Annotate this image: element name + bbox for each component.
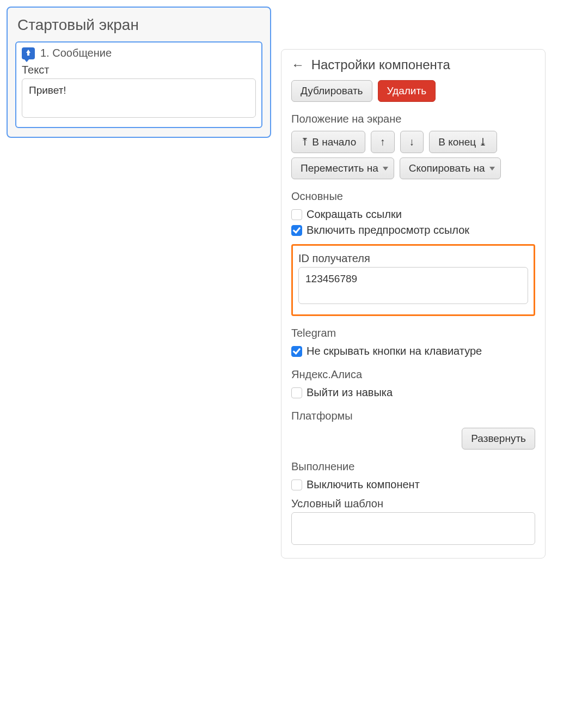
disable-component-label: Выключить компонент bbox=[307, 478, 420, 491]
disable-component-checkbox[interactable] bbox=[291, 480, 302, 490]
move-down-button[interactable]: ↓ bbox=[400, 131, 424, 153]
settings-title-text: Настройки компонента bbox=[311, 57, 450, 72]
shorten-links-label: Сокращать ссылки bbox=[307, 208, 402, 221]
message-text-input[interactable] bbox=[22, 78, 256, 118]
screen-card: Стартовый экран 1. Сообщение Текст bbox=[7, 7, 271, 138]
template-label: Условный шаблон bbox=[291, 497, 535, 510]
platforms-section-label: Платформы bbox=[291, 410, 535, 422]
move-to-end-button[interactable]: В конец ⤓ bbox=[429, 131, 497, 153]
component-header: 1. Сообщение bbox=[22, 47, 256, 59]
alice-exit-checkbox[interactable] bbox=[291, 387, 302, 398]
expand-platforms-button[interactable]: Развернуть bbox=[462, 428, 535, 450]
main-section-label: Основные bbox=[291, 190, 535, 203]
component-card[interactable]: 1. Сообщение Текст bbox=[15, 41, 262, 128]
move-up-button[interactable]: ↑ bbox=[371, 131, 395, 153]
screen-title: Стартовый экран bbox=[17, 16, 260, 34]
chevron-down-icon bbox=[383, 167, 388, 171]
copy-to-dropdown[interactable]: Скопировать на bbox=[400, 157, 501, 179]
component-title: 1. Сообщение bbox=[40, 47, 112, 59]
alice-exit-label: Выйти из навыка bbox=[307, 386, 393, 399]
text-field-label: Текст bbox=[22, 64, 256, 76]
telegram-keep-kb-label: Не скрывать кнопки на клавиатуре bbox=[307, 345, 482, 357]
position-section-label: Положение на экране bbox=[291, 113, 535, 125]
settings-title: ← Настройки компонента bbox=[291, 57, 535, 72]
delete-button[interactable]: Удалить bbox=[378, 80, 436, 102]
recipient-id-label: ID получателя bbox=[298, 252, 528, 265]
chevron-down-icon bbox=[489, 167, 495, 171]
recipient-id-input[interactable] bbox=[298, 267, 528, 304]
shorten-links-checkbox[interactable] bbox=[291, 209, 302, 220]
move-to-start-button[interactable]: ⤒ В начало bbox=[291, 131, 365, 153]
recipient-id-highlight: ID получателя bbox=[291, 244, 535, 316]
duplicate-button[interactable]: Дублировать bbox=[291, 80, 372, 102]
preview-links-checkbox[interactable] bbox=[291, 225, 302, 236]
template-input[interactable] bbox=[291, 512, 535, 545]
alice-section-label: Яндекс.Алиса bbox=[291, 368, 535, 381]
move-to-dropdown[interactable]: Переместить на bbox=[291, 157, 394, 179]
telegram-section-label: Telegram bbox=[291, 327, 535, 339]
telegram-keep-kb-checkbox[interactable] bbox=[291, 346, 302, 357]
message-icon bbox=[22, 47, 35, 59]
settings-panel: ← Настройки компонента Дублировать Удали… bbox=[281, 49, 546, 559]
execution-section-label: Выполнение bbox=[291, 460, 535, 473]
preview-links-label: Включить предпросмотр ссылок bbox=[307, 224, 469, 236]
back-arrow-icon[interactable]: ← bbox=[291, 57, 304, 72]
